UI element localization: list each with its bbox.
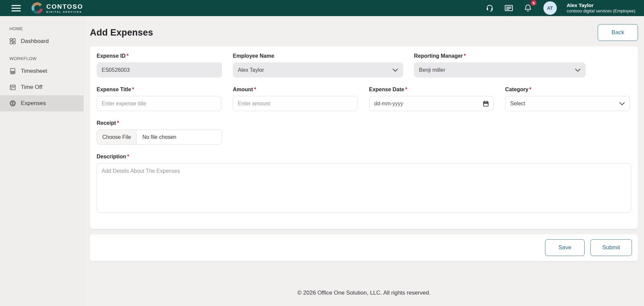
- bell-notification-icon[interactable]: 9: [523, 3, 533, 13]
- calendar-date-icon: [483, 101, 489, 107]
- user-info[interactable]: Alex Taylor contoso digital services (Em…: [567, 2, 635, 14]
- form-actions-card: Save Submit: [90, 234, 638, 261]
- headset-support-icon[interactable]: [485, 3, 494, 13]
- required-marker: *: [126, 53, 128, 59]
- sidebar-section-home: HOME: [9, 26, 84, 31]
- copyright-text: © 2026 Office One Solution, LLC. All rig…: [90, 290, 638, 296]
- dollar-coin-icon: [9, 100, 16, 107]
- expense-form-card: Expense ID* Employee Name Alex Taylor Re…: [90, 46, 638, 229]
- category-label: Category*: [505, 87, 630, 93]
- required-marker: *: [464, 53, 466, 59]
- notification-count-badge: 9: [531, 0, 537, 6]
- choose-file-button[interactable]: Choose File: [97, 130, 137, 144]
- sidebar-item-dashboard[interactable]: Dashboard: [0, 33, 84, 49]
- news-feed-icon[interactable]: [504, 4, 514, 12]
- required-marker: *: [132, 87, 134, 92]
- expense-id-label: Expense ID*: [97, 53, 222, 59]
- contoso-logo-icon: [32, 2, 43, 14]
- user-name: Alex Taylor: [567, 2, 635, 9]
- sidebar-item-label: Expenses: [21, 100, 46, 107]
- receipt-label: Receipt*: [97, 120, 222, 126]
- expense-title-input[interactable]: [97, 96, 221, 111]
- chevron-down-icon: [392, 68, 398, 72]
- reporting-manager-select[interactable]: Benji miller: [414, 62, 586, 78]
- brand-tagline: DIGITAL SERVICES: [46, 11, 83, 13]
- menu-icon[interactable]: [10, 4, 22, 13]
- user-avatar[interactable]: AT: [543, 1, 557, 15]
- category-select[interactable]: Select: [505, 96, 630, 111]
- sidebar-item-label: Dashboard: [21, 38, 49, 45]
- dashboard-grid-icon: [9, 38, 16, 45]
- sidebar-item-time-off[interactable]: Time Off: [0, 79, 84, 95]
- sidebar-item-timesheet[interactable]: Timesheet: [0, 63, 84, 79]
- description-label: Description*: [97, 154, 631, 160]
- employee-name-label: Employee Name: [233, 53, 403, 59]
- file-status-text: No file chosen: [137, 130, 182, 144]
- page-title: Add Expenses: [90, 28, 153, 38]
- amount-input[interactable]: [233, 96, 358, 111]
- submit-button[interactable]: Submit: [590, 239, 632, 256]
- back-button[interactable]: Back: [598, 24, 638, 41]
- required-marker: *: [405, 87, 407, 92]
- required-marker: *: [254, 87, 256, 92]
- timesheet-document-icon: [9, 68, 16, 74]
- sidebar-item-expenses[interactable]: Expenses: [0, 95, 84, 111]
- top-bar: CONTOSO DIGITAL SERVICES 9 A: [0, 0, 644, 16]
- sidebar-item-label: Time Off: [21, 84, 42, 91]
- brand-name: CONTOSO: [46, 3, 83, 10]
- expense-title-label: Expense Title*: [97, 87, 221, 93]
- receipt-file-input[interactable]: Choose File No file chosen: [97, 130, 222, 145]
- user-org-role: contoso digital services (Employee): [567, 8, 635, 14]
- brand-logo: CONTOSO DIGITAL SERVICES: [32, 2, 83, 14]
- description-textarea[interactable]: [97, 163, 631, 213]
- save-button[interactable]: Save: [545, 239, 585, 256]
- chevron-down-icon: [575, 68, 581, 72]
- reporting-manager-label: Reporting Manager*: [414, 53, 586, 59]
- expense-date-label: Expense Date*: [369, 87, 494, 93]
- required-marker: *: [127, 154, 129, 159]
- required-marker: *: [117, 120, 119, 126]
- expense-date-input[interactable]: dd-mm-yyyy: [369, 96, 494, 111]
- calendar-icon: [9, 84, 16, 91]
- amount-label: Amount*: [233, 87, 358, 93]
- expense-id-input: [97, 62, 222, 78]
- sidebar: HOME Dashboard WORKFLOW Timesheet: [0, 16, 84, 306]
- required-marker: *: [529, 87, 531, 92]
- chevron-down-icon: [619, 102, 625, 105]
- sidebar-item-label: Timesheet: [21, 68, 47, 74]
- sidebar-section-workflow: WORKFLOW: [9, 56, 84, 61]
- employee-name-select[interactable]: Alex Taylor: [233, 62, 403, 78]
- main-content: Add Expenses Back Expense ID* Employee N…: [84, 16, 644, 306]
